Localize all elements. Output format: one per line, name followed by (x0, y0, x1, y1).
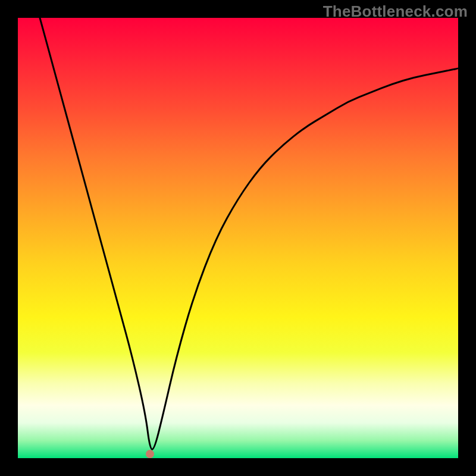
bottleneck-curve (40, 18, 458, 449)
minimum-marker (146, 450, 154, 458)
curve-svg (18, 18, 458, 458)
plot-area (18, 18, 458, 458)
chart-frame: TheBottleneck.com (0, 0, 476, 476)
